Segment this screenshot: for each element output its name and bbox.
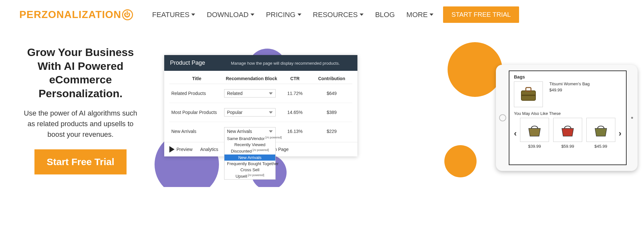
recommendations-title: You May Also Like These: [514, 111, 621, 116]
nav-item-features[interactable]: FEATURES: [152, 11, 195, 19]
row-block-cell: Popular: [224, 108, 279, 117]
ai-powered-tag: [AI powered]: [252, 148, 269, 152]
panel-header: Product Page Manage how the page will di…: [164, 55, 357, 71]
svg-rect-2: [521, 95, 535, 96]
carousel-prev-icon[interactable]: ‹: [514, 128, 517, 138]
bag-icon: [520, 118, 549, 142]
col-header-contribution: Contribution: [311, 76, 352, 81]
carousel-next-icon[interactable]: ›: [619, 128, 621, 138]
nav-item-download[interactable]: DOWNLOAD: [207, 11, 254, 19]
select-value: New Arrivals: [227, 129, 252, 134]
row-ctr: 11.72%: [279, 91, 311, 96]
analytics-link[interactable]: Analytics: [200, 147, 218, 152]
camera-icon: [631, 117, 633, 119]
dropdown-option[interactable]: Same Brand/Vendor [AI powered]: [224, 135, 275, 142]
rec-price: $59.99: [553, 144, 583, 149]
recommendation-select[interactable]: Related: [224, 89, 276, 98]
decorative-circle: [444, 145, 477, 177]
nav-label: DOWNLOAD: [207, 11, 249, 19]
product-price: $49.99: [549, 88, 590, 92]
row-block-cell: New ArrivalsSame Brand/Vendor [AI powere…: [224, 127, 279, 136]
chevron-down-icon: [298, 14, 301, 16]
dropdown-option[interactable]: Frequently Bought Together: [224, 161, 275, 167]
hero-cta-button[interactable]: Start Free Trial: [34, 149, 127, 174]
hero-section: Grow Your Business With AI Powered eComm…: [0, 26, 644, 187]
recommendations-row: ‹ $39.99$59.99$45.99 ›: [514, 118, 621, 149]
row-title: New Arrivals: [169, 129, 224, 134]
bag-icon: [553, 118, 582, 142]
nav-label: PRICING: [266, 11, 296, 19]
decorative-circle: [448, 42, 502, 97]
dropdown-option[interactable]: Cross Sell: [224, 167, 275, 173]
chevron-down-icon: [269, 92, 273, 95]
row-title: Related Products: [169, 91, 224, 96]
recommendation-select[interactable]: Popular: [224, 108, 276, 117]
recommended-product[interactable]: $59.99: [553, 118, 583, 149]
hero-title: Grow Your Business With AI Powered eComm…: [19, 45, 142, 100]
preview-label: Preview: [176, 147, 193, 152]
table-row: New ArrivalsNew ArrivalsSame Brand/Vendo…: [169, 122, 352, 141]
row-title: Most Popular Products: [169, 110, 224, 115]
dropdown-option[interactable]: Discounted [AI powered]: [224, 148, 275, 154]
nav-item-pricing[interactable]: PRICING: [266, 11, 301, 19]
nav-item-blog[interactable]: BLOG: [375, 11, 395, 19]
row-contribution: $649: [311, 91, 352, 96]
main-product: Titsumi Women's Bag $49.99: [514, 81, 621, 107]
play-icon: [169, 146, 175, 153]
recommendation-dropdown: Same Brand/Vendor [AI powered]Recently V…: [224, 135, 276, 180]
hero-left: Grow Your Business With AI Powered eComm…: [19, 45, 142, 187]
chevron-down-icon: [360, 14, 364, 16]
product-image: [514, 81, 543, 107]
dropdown-option[interactable]: New Arrivals: [224, 154, 275, 161]
tablet-screen: Bags Titsumi Women's Bag $49.99 You May …: [509, 70, 627, 165]
site-header: PERZONALIZATION ⏻ FEATURESDOWNLOADPRICIN…: [0, 0, 644, 26]
row-block-cell: Related: [224, 89, 279, 98]
recommendation-select[interactable]: New ArrivalsSame Brand/Vendor [AI powere…: [224, 127, 276, 136]
brand-logo[interactable]: PERZONALIZATION ⏻: [19, 9, 133, 21]
row-ctr: 14.65%: [279, 110, 311, 115]
main-nav: FEATURESDOWNLOADPRICINGRESOURCESBLOGMORE: [152, 11, 433, 19]
nav-item-more[interactable]: MORE: [406, 11, 433, 19]
product-page-panel: Product Page Manage how the page will di…: [164, 55, 357, 156]
rec-price: $39.99: [519, 144, 550, 149]
row-ctr: 16.13%: [279, 129, 311, 134]
ai-powered-tag: [AI powered]: [265, 136, 282, 139]
dropdown-option[interactable]: Recently Viewed: [224, 142, 275, 148]
hero-right: Product Page Manage how the page will di…: [161, 45, 625, 187]
table-row: Related ProductsRelated11.72%$649: [169, 84, 352, 103]
nav-label: BLOG: [375, 11, 395, 19]
chevron-down-icon: [430, 14, 433, 16]
col-header-ctr: CTR: [279, 76, 311, 81]
chevron-down-icon: [269, 111, 273, 114]
product-info: Titsumi Women's Bag $49.99: [549, 81, 590, 92]
panel-title: Product Page: [170, 60, 205, 66]
recommended-product[interactable]: $39.99: [519, 118, 550, 149]
chevron-down-icon: [269, 130, 273, 133]
rec-price: $45.99: [585, 144, 616, 149]
tablet-mockup: Bags Titsumi Women's Bag $49.99 You May …: [496, 65, 638, 171]
bag-icon: [586, 118, 615, 142]
power-icon: ⏻: [122, 9, 133, 20]
dropdown-option[interactable]: Upsell [AI powered]: [224, 173, 275, 179]
nav-item-resources[interactable]: RESOURCES: [313, 11, 364, 19]
preview-button[interactable]: Preview: [169, 146, 193, 153]
recommended-product[interactable]: $45.99: [585, 118, 616, 149]
col-header-title: Title: [169, 76, 224, 81]
nav-label: RESOURCES: [313, 11, 358, 19]
category-title: Bags: [514, 74, 621, 80]
chevron-down-icon: [191, 14, 195, 16]
row-contribution: $389: [311, 110, 352, 115]
hero-subtitle: Use the power of AI algorithms such as r…: [19, 108, 142, 140]
panel-body: Title Recommendation Block CTR Contribut…: [164, 71, 357, 142]
product-name: Titsumi Women's Bag: [549, 81, 590, 86]
brand-text: PERZONALIZATION: [19, 9, 121, 21]
chevron-down-icon: [251, 14, 254, 16]
col-header-block: Recommendation Block: [224, 76, 279, 81]
ai-powered-tag: [AI powered]: [247, 173, 264, 177]
panel-subtitle: Manage how the page will display recomme…: [231, 61, 340, 66]
start-trial-button[interactable]: START FREE TRIAL: [443, 6, 519, 23]
select-value: Related: [227, 91, 242, 96]
table-row: Most Popular ProductsPopular14.65%$389: [169, 103, 352, 122]
row-contribution: $229: [311, 129, 352, 134]
nav-label: MORE: [406, 11, 428, 19]
